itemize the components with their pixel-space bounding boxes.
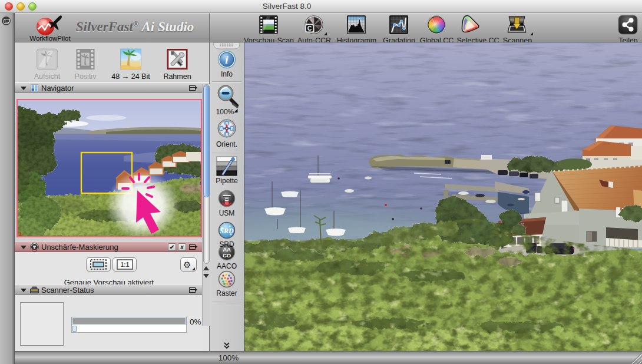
svg-text:C: C (307, 25, 312, 32)
svg-text:1: 1 (19, 231, 22, 236)
svg-text:CO: CO (223, 252, 231, 259)
svg-text:1:1: 1:1 (121, 262, 130, 268)
svg-text:S: S (226, 133, 229, 137)
svg-text:i: i (225, 54, 229, 66)
